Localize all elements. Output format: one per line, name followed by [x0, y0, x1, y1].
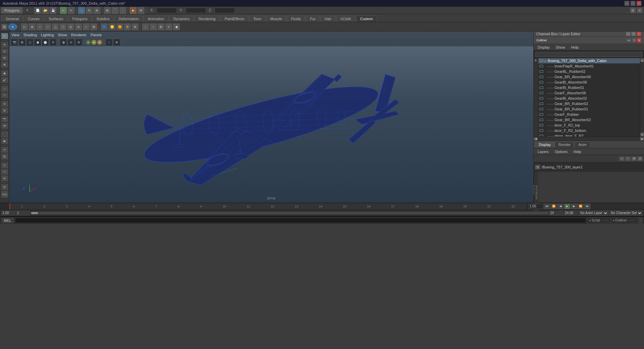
vp-color1[interactable]: ● [86, 40, 91, 45]
shelf-icon[interactable]: ⊞ [1, 24, 7, 30]
undo-btn[interactable]: ↩ [60, 7, 67, 14]
lighting-menu[interactable]: Lighting [41, 33, 54, 37]
ipr-render[interactable]: ▶ [1, 138, 8, 144]
shelf-tab-surfaces[interactable]: Surfaces [44, 15, 67, 22]
scroll-track[interactable] [640, 62, 644, 133]
hscroll-track[interactable] [538, 137, 640, 141]
shelf-tab-custom[interactable]: Custom [356, 15, 377, 22]
sculpt-tool[interactable]: ∾ [1, 169, 8, 175]
vp-snap[interactable]: ⊕ [113, 39, 120, 46]
shelf-btn-14[interactable]: ⚙ [124, 23, 131, 31]
shelf-tab-rendering[interactable]: Rendering [194, 15, 220, 22]
renderer-menu[interactable]: Renderer [71, 33, 87, 37]
range-slider-handle[interactable] [31, 212, 38, 214]
scroll-down-btn[interactable]: ▼ [640, 133, 644, 137]
panels-menu[interactable]: Panels [91, 33, 102, 37]
range-end-current[interactable] [564, 211, 578, 215]
render-region[interactable]: ⬛ [1, 131, 8, 138]
show-menu[interactable]: Show [58, 33, 67, 37]
snap-live[interactable]: ⊙ [1, 101, 8, 107]
shelf-btn-17[interactable]: ↔ [150, 23, 157, 31]
vp-light[interactable]: ☀ [49, 39, 57, 46]
outliner-item-5[interactable]: —— GearBl_Rubber01 [538, 85, 640, 90]
layer-vis-btn[interactable]: V [535, 165, 540, 169]
view-cam[interactable]: 📷 [1, 116, 8, 122]
shelf-btn-16[interactable]: ↕ [142, 23, 149, 31]
vp-texture[interactable]: ⬤ [42, 39, 49, 46]
paint-select[interactable]: 🖌 [1, 77, 8, 83]
play-btn[interactable]: ▶ [564, 204, 570, 209]
viewport[interactable]: View Shading Lighting Show Renderer Pane… [9, 32, 533, 203]
hscroll-left[interactable]: ◀ [534, 137, 538, 141]
snap-curve-btn[interactable]: ⌒ [111, 7, 119, 14]
vp-shadows[interactable]: ◑ [60, 39, 67, 46]
shelf-btn-15[interactable]: ⊕ [131, 23, 139, 31]
ol-show-menu[interactable]: Show [553, 45, 568, 50]
open-btn[interactable]: 📂 [42, 7, 49, 14]
rotate-tool[interactable]: ↻ [1, 48, 8, 55]
shelf-btn-11[interactable]: 🔵 [101, 23, 108, 31]
outliner-item-2[interactable]: —— GearBL_Rubber02 [538, 69, 640, 74]
range-end-field[interactable] [549, 211, 563, 215]
shelf-btn-2[interactable]: ⊕ [29, 23, 36, 31]
render-settings-btn[interactable]: ⚙ [137, 7, 145, 14]
ol-display-menu[interactable]: Display [535, 45, 552, 50]
outliner-close2[interactable]: × [634, 219, 636, 222]
layer-tab-render[interactable]: Render [555, 142, 574, 147]
snap-mag[interactable]: ⊛ [1, 107, 8, 114]
z-field[interactable] [215, 8, 235, 13]
snap-grid-btn[interactable]: ⊞ [104, 7, 111, 14]
uvtex-tool[interactable]: ⊡ [1, 184, 8, 190]
shelf-btn-1[interactable]: ▷ [21, 23, 28, 31]
timeline-ruler[interactable]: 1 2 3 4 5 6 7 8 9 10 11 12 13 14 15 16 1… [0, 203, 644, 210]
outliner-item-14[interactable]: —— glass_door_F_R2 [538, 133, 640, 137]
show-hide[interactable]: 👁 [1, 123, 8, 129]
shelf-btn-5[interactable]: △ [52, 23, 59, 31]
window-controls[interactable]: — □ × [625, 1, 641, 6]
marquee-tool[interactable]: □ [1, 92, 8, 99]
tl-track[interactable]: 1 2 3 4 5 6 7 8 9 10 11 12 13 14 15 16 1… [9, 203, 527, 209]
ol-min[interactable]: — [626, 38, 632, 43]
vp-ao[interactable]: ⊙ [67, 39, 75, 46]
rotate-btn[interactable]: ↻ [86, 7, 93, 14]
close-btn[interactable]: × [637, 1, 641, 6]
layer-options-btn[interactable]: ⚙ [631, 156, 637, 161]
outliner-item-1[interactable]: —— InnerFlapR_Absorber01 [538, 63, 640, 69]
layer-options-menu[interactable]: Options [552, 149, 570, 154]
universal-tool[interactable]: ⊞ [1, 61, 8, 68]
ol-help-menu[interactable]: Help [569, 45, 582, 50]
shelf-btn-18[interactable]: ⊞ [157, 23, 165, 31]
layer-tab-display[interactable]: Display [535, 142, 554, 147]
scale-tool[interactable]: ⊕ [1, 55, 8, 61]
outliner-item-root[interactable]: ▶ Boeing_757_300_Delta_with_Cabin [538, 58, 640, 63]
range-start-current[interactable] [1, 211, 15, 215]
script-min[interactable]: — [601, 219, 604, 222]
shelf-btn-8[interactable]: ⊘ [75, 23, 82, 31]
shelf-tab-fur[interactable]: Fur [306, 15, 320, 22]
layer-help-menu[interactable]: Help [571, 149, 584, 154]
script-editor-tab[interactable]: ● Script — □ × [587, 218, 610, 223]
render-btn[interactable]: ▶ [129, 7, 137, 14]
outliner-item-11[interactable]: —— Gear_BR_Absorber02 [538, 117, 640, 122]
outliner-tab2[interactable]: ● Outliner — □ × [611, 218, 637, 223]
cb-min[interactable]: — [626, 32, 631, 36]
shelf-btn-9[interactable]: ≈ [83, 23, 90, 31]
shelf-tab-ncloth[interactable]: nCloth [336, 15, 356, 22]
layer-layers-menu[interactable]: Layers [535, 149, 551, 154]
world-axis[interactable]: XYZ [1, 191, 8, 198]
channel-box-btn[interactable]: ⊟ [630, 7, 636, 13]
shelf-tab-polygons[interactable]: Polygons [68, 15, 92, 22]
shelf-tab-subdivs[interactable]: Subdivs [92, 15, 114, 22]
lasso-tool[interactable]: ○ [1, 86, 8, 92]
layer-del-btn[interactable]: − [625, 156, 631, 161]
shelf-btn-12[interactable]: 🟡 [108, 23, 116, 31]
script-restore[interactable]: □ [604, 219, 606, 222]
shading-menu[interactable]: Shading [23, 33, 37, 37]
cb-max[interactable]: □ [631, 32, 636, 36]
cb-close[interactable]: × [637, 32, 641, 36]
command-input[interactable] [15, 218, 586, 223]
vp-color3[interactable]: ● [97, 40, 102, 45]
save-btn[interactable]: 💾 [49, 7, 57, 14]
statusbar-resize[interactable]: ⋮ [639, 217, 643, 224]
outliner-item-12[interactable]: —— door_F_R2_top [538, 122, 640, 128]
